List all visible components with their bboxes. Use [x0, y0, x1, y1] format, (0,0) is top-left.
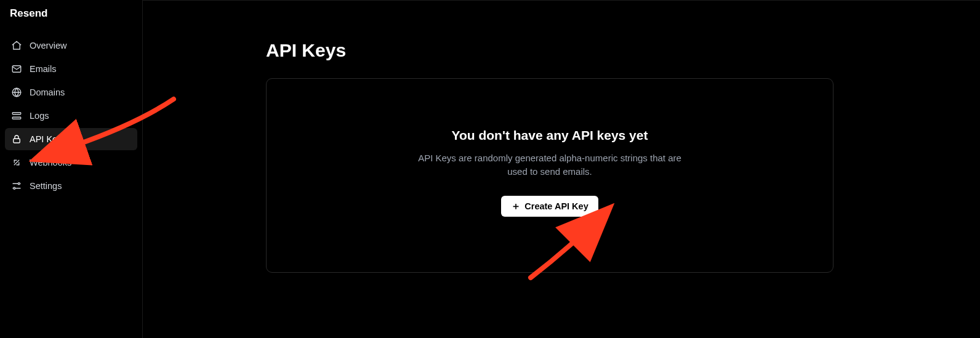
svg-rect-3: [12, 117, 21, 119]
svg-point-6: [14, 187, 15, 189]
sidebar-item-label: Domains: [30, 87, 65, 97]
main-content: API Keys You don't have any API keys yet…: [143, 0, 980, 338]
empty-state-card: You don't have any API keys yet API Keys…: [266, 78, 833, 273]
sidebar-nav: Overview Emails Domains Logs API Keys: [0, 34, 142, 197]
sidebar-item-settings[interactable]: Settings: [5, 175, 137, 197]
empty-state-title: You don't have any API keys yet: [452, 128, 648, 143]
lock-icon: [11, 134, 22, 145]
brand-logo: Resend: [0, 5, 142, 34]
svg-rect-4: [14, 139, 20, 143]
logs-icon: [11, 110, 22, 121]
sidebar-item-domains[interactable]: Domains: [5, 81, 137, 103]
webhooks-icon: [11, 157, 22, 168]
sidebar-item-label: Overview: [30, 41, 66, 50]
content-wrap: API Keys You don't have any API keys yet…: [266, 40, 857, 273]
house-icon: [11, 40, 22, 51]
sidebar-item-webhooks[interactable]: Webhooks: [5, 151, 137, 174]
create-api-key-button[interactable]: ＋ Create API Key: [501, 196, 598, 217]
sidebar-item-label: Emails: [30, 64, 57, 74]
sidebar: Resend Overview Emails Domains Logs: [0, 0, 143, 338]
empty-state-description: API Keys are randomly generated alpha-nu…: [417, 151, 682, 179]
sidebar-item-label: Settings: [30, 181, 62, 191]
svg-rect-2: [12, 113, 21, 115]
sidebar-item-emails[interactable]: Emails: [5, 58, 137, 80]
sidebar-item-logs[interactable]: Logs: [5, 105, 137, 127]
sliders-icon: [11, 180, 22, 191]
svg-point-5: [18, 183, 20, 185]
create-button-label: Create API Key: [524, 201, 588, 211]
globe-icon: [11, 87, 22, 98]
sidebar-item-label: API Keys: [30, 134, 66, 144]
sidebar-item-label: Webhooks: [30, 158, 71, 167]
page-title: API Keys: [266, 40, 833, 61]
sidebar-item-label: Logs: [30, 111, 49, 121]
mail-icon: [11, 63, 22, 74]
sidebar-item-api-keys[interactable]: API Keys: [5, 128, 137, 150]
sidebar-item-overview[interactable]: Overview: [5, 34, 137, 57]
plus-icon: ＋: [511, 201, 521, 211]
